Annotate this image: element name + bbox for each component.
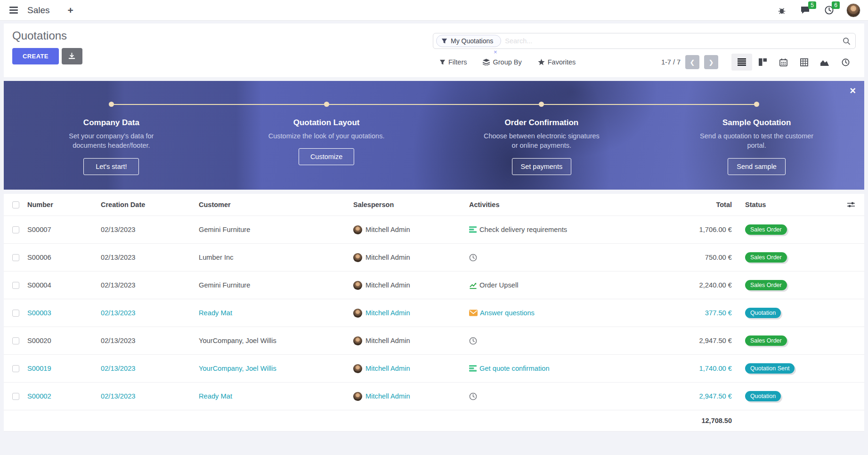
pivot-view-button[interactable]: [794, 54, 814, 71]
cell-creation-date: 02/13/2023: [101, 281, 199, 289]
export-button[interactable]: [62, 48, 82, 64]
star-icon: [538, 59, 545, 65]
cell-activities[interactable]: Get quote confirmation: [469, 365, 662, 372]
cell-activities[interactable]: Order Upsell: [469, 281, 662, 289]
salesperson-avatar: [353, 281, 362, 290]
onboarding-step-order-confirmation: Order Confirmation Choose between electr…: [434, 81, 649, 190]
activity-label: Answer questions: [480, 309, 535, 317]
cell-activities[interactable]: Answer questions: [469, 309, 662, 317]
activity-view-button[interactable]: [835, 54, 856, 71]
filters-menu[interactable]: Filters: [439, 58, 467, 66]
column-header-number[interactable]: Number: [27, 201, 101, 208]
cell-customer: Ready Mat: [199, 392, 353, 400]
group-by-menu[interactable]: Group By: [483, 58, 521, 66]
group-by-label: Group By: [493, 58, 521, 66]
search-icon[interactable]: [843, 37, 851, 45]
table-row[interactable]: S00019 02/13/2023 YourCompany, Joel Will…: [4, 354, 864, 382]
table-row[interactable]: S00007 02/13/2023 Gemini Furniture Mitch…: [4, 216, 864, 243]
cell-activities[interactable]: [469, 392, 662, 400]
row-checkbox[interactable]: [12, 310, 19, 317]
graph-view-button[interactable]: [814, 54, 835, 71]
customize-button[interactable]: Customize: [299, 148, 354, 165]
step-description: Customize the look of your quotations.: [268, 131, 385, 141]
row-checkbox[interactable]: [12, 254, 19, 261]
cell-salesperson: Mitchell Admin: [365, 309, 410, 317]
filter-icon: [439, 59, 446, 65]
cell-total: 1,706.00 €: [662, 226, 737, 233]
kanban-view-icon: [759, 58, 767, 66]
table-footer-row: 12,708.50: [4, 410, 864, 431]
row-checkbox[interactable]: [12, 282, 19, 289]
cell-salesperson: Mitchell Admin: [365, 281, 410, 289]
table-row[interactable]: S00003 02/13/2023 Ready Mat Mitchell Adm…: [4, 299, 864, 327]
row-checkbox[interactable]: [12, 337, 19, 344]
clock-activity-icon: [469, 392, 477, 400]
app-name[interactable]: Sales: [27, 5, 50, 16]
activity-view-icon: [842, 58, 850, 66]
tasks-activity-icon: [469, 365, 477, 372]
pager-previous-button[interactable]: ❮: [685, 55, 699, 69]
onboarding-banner: × Company Data Set your company's data f…: [4, 81, 864, 190]
select-all-checkbox[interactable]: [12, 201, 19, 208]
add-tab-button[interactable]: +: [68, 5, 73, 16]
cell-activities[interactable]: [469, 254, 662, 262]
pivot-view-icon: [800, 58, 808, 66]
lets-start-button[interactable]: Let's start!: [83, 158, 139, 175]
salesperson-avatar: [353, 225, 362, 234]
row-checkbox[interactable]: [12, 365, 19, 372]
upsell-chart-activity-icon: [469, 281, 477, 289]
search-input[interactable]: [505, 37, 843, 45]
salesperson-avatar: [353, 392, 362, 401]
table-row[interactable]: S00006 02/13/2023 Lumber Inc Mitchell Ad…: [4, 243, 864, 271]
activity-label: Get quote confirmation: [479, 365, 550, 372]
column-header-salesperson[interactable]: Salesperson: [353, 201, 469, 208]
status-badge: Sales Order: [745, 252, 787, 263]
create-button[interactable]: CREATE: [12, 48, 59, 64]
status-badge: Quotation: [745, 308, 781, 318]
send-sample-button[interactable]: Send sample: [728, 158, 786, 175]
tasks-activity-icon: [469, 226, 477, 233]
messages-icon[interactable]: 5: [799, 4, 811, 16]
clock-activity-icon: [469, 337, 477, 345]
list-view-button[interactable]: [731, 54, 752, 71]
row-checkbox[interactable]: [12, 226, 19, 233]
activity-label: Order Upsell: [479, 281, 518, 289]
column-header-customer[interactable]: Customer: [199, 201, 353, 208]
cell-activities[interactable]: [469, 337, 662, 345]
search-bar[interactable]: My Quotations ×: [433, 33, 856, 49]
kanban-view-button[interactable]: [752, 54, 773, 71]
cell-creation-date: 02/13/2023: [101, 337, 199, 344]
onboarding-step-company-data: Company Data Set your company's data for…: [4, 81, 219, 190]
user-avatar[interactable]: [846, 3, 860, 17]
status-badge: Sales Order: [745, 224, 787, 235]
activities-badge: 6: [832, 1, 840, 9]
table-row[interactable]: S00020 02/13/2023 YourCompany, Joel Will…: [4, 327, 864, 354]
pager-next-button[interactable]: ❯: [704, 55, 718, 69]
cell-customer: YourCompany, Joel Willis: [199, 337, 353, 344]
cell-customer: Gemini Furniture: [199, 281, 353, 289]
table-row[interactable]: S00002 02/13/2023 Ready Mat Mitchell Adm…: [4, 382, 864, 410]
activities-clock-icon[interactable]: 6: [823, 4, 835, 16]
cell-creation-date: 02/13/2023: [101, 365, 199, 372]
row-checkbox[interactable]: [12, 393, 19, 400]
column-header-creation-date[interactable]: Creation Date: [101, 201, 199, 208]
set-payments-button[interactable]: Set payments: [512, 158, 572, 175]
search-facet-my-quotations[interactable]: My Quotations: [436, 35, 501, 47]
facet-remove-icon[interactable]: ×: [494, 48, 497, 56]
cell-total: 2,947.50 €: [662, 337, 737, 344]
table-row[interactable]: S00004 02/13/2023 Gemini Furniture Mitch…: [4, 271, 864, 299]
view-switcher: [731, 54, 856, 71]
step-dot: [754, 102, 759, 107]
favorites-menu[interactable]: Favorites: [538, 58, 576, 66]
column-header-status[interactable]: Status: [737, 201, 838, 208]
calendar-view-button[interactable]: [773, 54, 794, 71]
column-header-activities[interactable]: Activities: [469, 201, 662, 208]
status-badge: Sales Order: [745, 280, 787, 290]
cell-activities[interactable]: Check delivery requirements: [469, 226, 662, 233]
cell-creation-date: 02/13/2023: [101, 254, 199, 261]
column-header-total[interactable]: Total: [662, 201, 737, 208]
cell-number: S00020: [27, 337, 101, 344]
optional-columns-icon[interactable]: [838, 201, 864, 208]
apps-menu-icon[interactable]: [8, 5, 20, 16]
debug-bug-icon[interactable]: [776, 4, 788, 16]
